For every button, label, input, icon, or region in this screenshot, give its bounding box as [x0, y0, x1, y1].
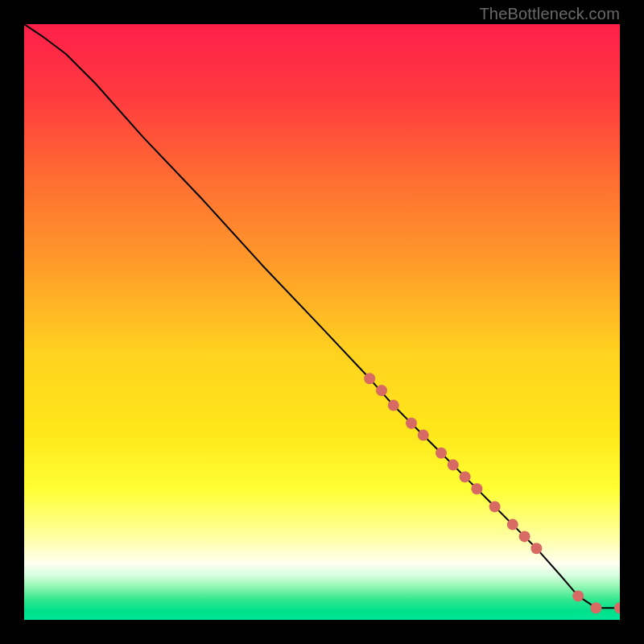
data-marker: [418, 430, 429, 441]
data-marker: [489, 501, 501, 512]
data-marker: [590, 602, 601, 613]
data-marker: [519, 530, 530, 542]
data-marker: [364, 373, 375, 384]
data-marker: [471, 483, 482, 494]
data-marker: [376, 385, 387, 396]
data-marker: [507, 519, 518, 530]
data-marker: [406, 418, 417, 429]
data-marker: [448, 460, 459, 471]
data-marker: [460, 471, 471, 482]
chart-frame: TheBottleneck.com: [0, 0, 644, 644]
chart-svg: [24, 24, 620, 620]
plot-area: [24, 24, 620, 620]
data-marker: [388, 400, 399, 411]
data-marker: [572, 590, 584, 601]
gradient-background: [24, 24, 620, 620]
data-marker: [436, 448, 447, 459]
data-marker: [530, 543, 542, 554]
watermark-text: TheBottleneck.com: [479, 5, 620, 23]
